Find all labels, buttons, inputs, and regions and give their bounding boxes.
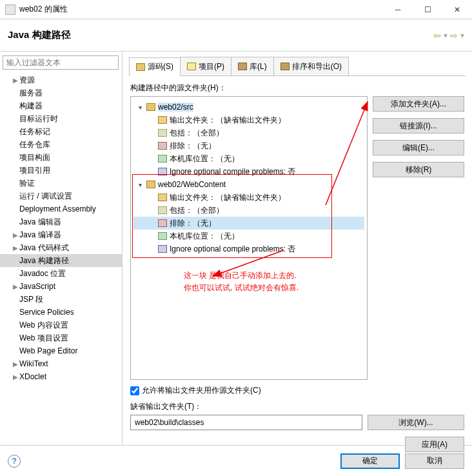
cancel-button[interactable]: 取消 (405, 453, 464, 469)
allow-output-checkbox-input[interactable] (130, 386, 139, 395)
folder-property-node[interactable]: 包括：（全部） (133, 204, 364, 217)
add-folder-button[interactable]: 添加文件夹(A)... (373, 96, 464, 112)
minimize-button[interactable]: ─ (383, 0, 413, 19)
default-output-input[interactable] (130, 415, 362, 430)
chevron-right-icon[interactable]: ▶ (12, 77, 19, 84)
sidebar-item-label: 目标运行时 (19, 114, 58, 124)
exc-icon (158, 142, 167, 150)
back-icon[interactable]: ⇦ (431, 30, 444, 41)
property-text: 本机库位置：（无） (170, 231, 239, 242)
sidebar-item[interactable]: Javadoc 位置 (0, 267, 122, 280)
lib-icon (238, 63, 247, 70)
sidebar-item[interactable]: Web 内容设置 (0, 319, 122, 332)
allow-output-checkbox[interactable]: 允许将输出文件夹用作源文件夹(C) (130, 385, 464, 396)
tab[interactable]: 库(L) (231, 57, 274, 75)
sidebar-item[interactable]: 验证 (0, 177, 122, 190)
folder-property-node[interactable]: 包括：（全部） (133, 126, 364, 139)
sidebar-item[interactable]: 目标运行时 (0, 112, 122, 125)
source-tree[interactable]: ▾web02/src输出文件夹：（缺省输出文件夹）包括：（全部）排除：（无）本机… (130, 96, 368, 380)
folder-property-node[interactable]: 输出文件夹：（缺省输出文件夹） (133, 191, 364, 204)
package-folder-icon (146, 103, 155, 111)
chevron-right-icon[interactable]: ▶ (12, 361, 19, 368)
property-text: 本机库位置：（无） (170, 154, 239, 164)
folder-property-node[interactable]: 排除：（无） (133, 139, 364, 152)
source-folder-node[interactable]: ▾web02/src (133, 101, 364, 114)
sidebar-item[interactable]: 运行 / 调试设置 (0, 190, 122, 203)
sidebar-item[interactable]: ▶Java 编译器 (0, 228, 122, 241)
folder-name: web02/src (158, 103, 193, 112)
sidebar-item-label: Service Policies (19, 308, 74, 317)
close-button[interactable]: ✕ (442, 0, 472, 19)
chevron-down-icon[interactable]: ▾ (136, 104, 144, 111)
tab-label: 库(L) (250, 61, 267, 72)
sidebar-item-label: Java 编辑器 (19, 217, 61, 228)
sidebar-item[interactable]: ▶WikiText (0, 357, 122, 370)
sidebar-item-label: Deployment Assembly (19, 204, 96, 213)
tab[interactable]: 排序和导出(O) (273, 57, 349, 75)
forward-icon[interactable]: ⇨ (447, 30, 460, 41)
sidebar-item[interactable]: 任务仓库 (0, 138, 122, 151)
sidebar-item-label: 项目构面 (19, 152, 50, 163)
link-source-button[interactable]: 链接源(I)... (373, 118, 464, 134)
ign-icon (158, 168, 167, 175)
folder-property-node[interactable]: Ignore optional compile problems: 否 (133, 165, 364, 178)
sidebar: ▶资源服务器构建器目标运行时任务标记任务仓库项目构面项目引用验证运行 / 调试设… (0, 52, 123, 445)
sidebar-item[interactable]: 服务器 (0, 86, 122, 99)
sidebar-item[interactable]: JSP 段 (0, 293, 122, 306)
titlebar: web02 的属性 ─ ☐ ✕ (0, 0, 472, 19)
sidebar-item-label: 构建器 (19, 101, 43, 112)
edit-button[interactable]: 编辑(E)... (373, 140, 464, 155)
source-folder-node[interactable]: ▾web02/WebContent (133, 178, 364, 191)
sidebar-item[interactable]: Web Page Editor (0, 344, 122, 357)
sidebar-item[interactable]: ▶Java 代码样式 (0, 241, 122, 254)
filter-input[interactable] (3, 55, 119, 70)
sidebar-item-label: 任务标记 (19, 126, 50, 137)
sidebar-item[interactable]: ▶XDoclet (0, 370, 122, 383)
property-text: Ignore optional compile problems: 否 (170, 166, 295, 177)
sidebar-item-label: Javadoc 位置 (19, 268, 66, 279)
tab-label: 源码(S) (148, 61, 173, 72)
folder-property-node[interactable]: 本机库位置：（无） (133, 230, 364, 243)
folder-property-node[interactable]: 本机库位置：（无） (133, 152, 364, 165)
tab[interactable]: 源码(S) (129, 57, 181, 76)
chevron-right-icon[interactable]: ▶ (12, 244, 19, 252)
nat-icon (158, 155, 167, 163)
sidebar-item-label: 运行 / 调试设置 (19, 191, 72, 202)
window-title: web02 的属性 (19, 4, 383, 15)
tab-label: 排序和导出(O) (292, 61, 342, 72)
browse-button[interactable]: 浏览(W)... (368, 415, 464, 430)
maximize-button[interactable]: ☐ (413, 0, 442, 19)
page-title: Java 构建路径 (8, 29, 431, 41)
sidebar-item[interactable]: 构建器 (0, 99, 122, 112)
chevron-right-icon[interactable]: ▶ (12, 232, 19, 239)
folder-property-node[interactable]: 排除：（无） (133, 217, 364, 230)
inc-icon (158, 206, 167, 214)
sidebar-item-label: Java 构建路径 (19, 255, 69, 266)
sidebar-item[interactable]: Web 项目设置 (0, 332, 122, 344)
help-icon[interactable]: ? (8, 455, 21, 468)
tab[interactable]: 项目(P) (180, 57, 231, 75)
sidebar-item[interactable]: ▶资源 (0, 74, 122, 86)
sidebar-item[interactable]: ▶JavaScript (0, 280, 122, 293)
remove-button[interactable]: 移除(R) (373, 162, 464, 177)
sidebar-item-label: Web Page Editor (19, 346, 78, 355)
chevron-down-icon[interactable]: ▾ (136, 181, 144, 188)
sidebar-item[interactable]: Service Policies (0, 306, 122, 319)
package-folder-icon (146, 181, 155, 188)
sidebar-item-label: Web 项目设置 (19, 333, 68, 344)
sidebar-item[interactable]: 项目构面 (0, 151, 122, 164)
sidebar-item[interactable]: Java 构建路径 (0, 254, 122, 267)
chevron-right-icon[interactable]: ▶ (12, 373, 19, 381)
sidebar-item[interactable]: 任务标记 (0, 125, 122, 138)
chevron-right-icon[interactable]: ▶ (12, 283, 19, 290)
folder-property-node[interactable]: Ignore optional compile problems: 否 (133, 243, 364, 255)
sidebar-item-label: Java 编译器 (19, 230, 61, 241)
order-icon (280, 63, 290, 70)
sidebar-item[interactable]: Deployment Assembly (0, 203, 122, 215)
main-panel: 源码(S)项目(P)库(L)排序和导出(O) 构建路径中的源文件夹(H)： ▾w… (123, 52, 472, 445)
apply-button[interactable]: 应用(A) (405, 437, 464, 452)
ok-button[interactable]: 确定 (340, 453, 400, 469)
sidebar-item[interactable]: Java 编辑器 (0, 215, 122, 228)
folder-property-node[interactable]: 输出文件夹：（缺省输出文件夹） (133, 114, 364, 126)
sidebar-item[interactable]: 项目引用 (0, 164, 122, 177)
